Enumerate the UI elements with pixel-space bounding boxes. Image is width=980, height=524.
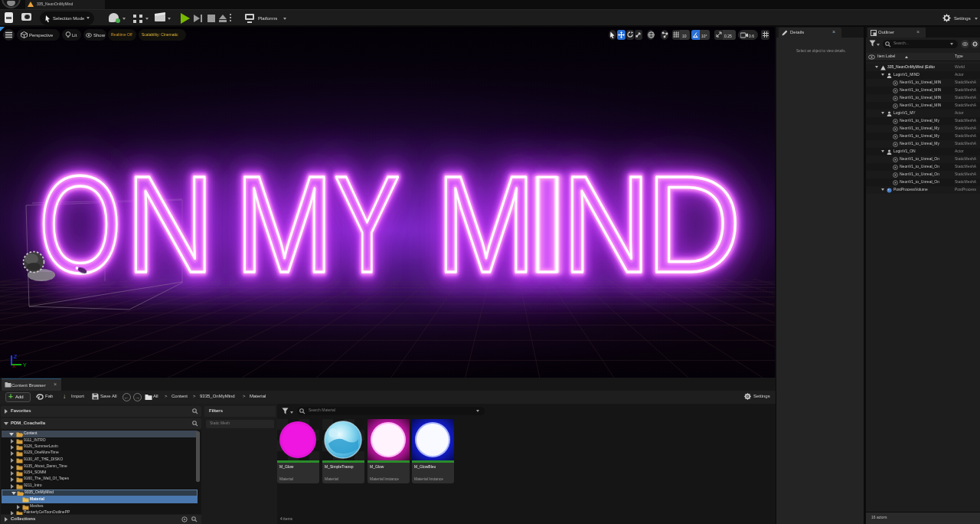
svg-text:X: X: [12, 364, 15, 368]
svg-text:Y: Y: [334, 147, 400, 301]
svg-text:Y: Y: [23, 362, 27, 368]
svg-text:D: D: [645, 147, 741, 301]
svg-text:Z: Z: [14, 354, 18, 359]
svg-text:N: N: [562, 147, 651, 301]
svg-text:N: N: [126, 147, 214, 301]
svg-text:M: M: [235, 147, 334, 301]
